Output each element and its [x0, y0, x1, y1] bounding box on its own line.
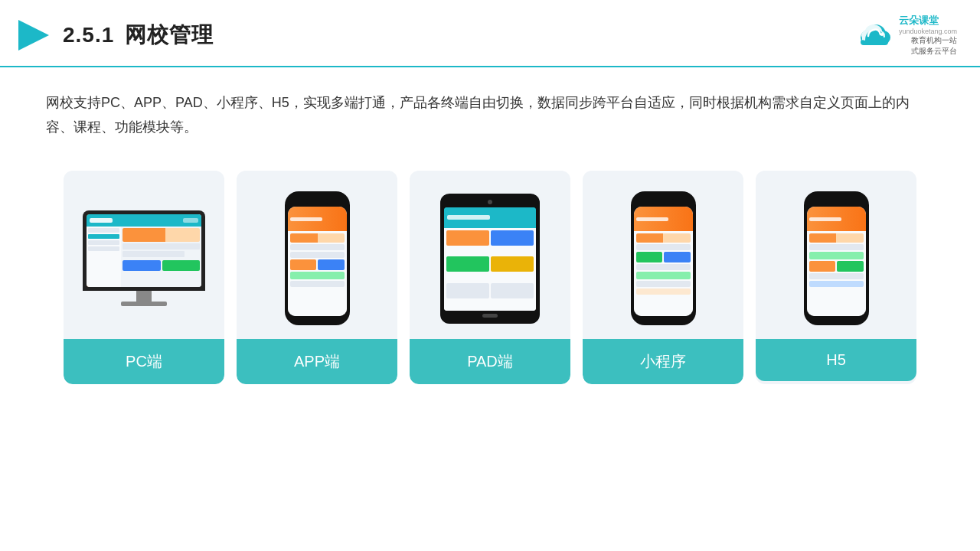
h5-header-text — [809, 217, 842, 221]
h5-row-green — [809, 252, 864, 259]
brand-url: yunduoketang.com — [899, 28, 957, 35]
mini-phone-outer — [631, 191, 696, 325]
tablet-home — [482, 314, 498, 318]
svg-point-10 — [880, 33, 884, 36]
app-phone-screen — [288, 207, 347, 316]
page-title: 2.5.1 — [63, 23, 114, 47]
miniprogram-card: 小程序 — [583, 171, 743, 384]
monitor-stand — [136, 291, 152, 302]
app-phone-device — [285, 191, 350, 325]
monitor-base — [121, 302, 167, 306]
mini-screen-header — [634, 207, 693, 230]
app-row-4 — [290, 281, 345, 287]
mini-row-2 — [636, 244, 691, 250]
tablet-card-4 — [491, 256, 534, 272]
app-screen-header — [288, 207, 347, 230]
pad-card: PAD端 — [410, 171, 570, 384]
tablet-outer — [440, 194, 540, 324]
monitor-device — [83, 210, 205, 306]
mini-row-3 — [636, 264, 691, 270]
phone-notch-app — [306, 199, 328, 204]
pc-card: PC端 — [64, 171, 224, 384]
app-card: APP端 — [237, 171, 397, 384]
pc-label: PC端 — [64, 339, 224, 384]
h5-row-3 — [809, 273, 864, 279]
header-right: 云朵课堂 yunduoketang.com 教育机构一站 式服务云平台 — [854, 14, 957, 57]
tablet-card-1 — [446, 230, 489, 246]
tablet-camera — [488, 200, 492, 204]
mini-phone-device — [631, 191, 696, 325]
logo-icon — [15, 17, 52, 54]
header-left: 2.5.1 网校管理 — [15, 17, 214, 54]
brand-text-block: 云朵课堂 yunduoketang.com 教育机构一站 式服务云平台 — [899, 14, 957, 57]
brand-name: 云朵课堂 — [899, 14, 957, 28]
cards-container: PC端 — [0, 155, 980, 399]
mini-row-green — [636, 272, 691, 279]
h5-image-area — [756, 171, 916, 339]
app-image-area — [237, 171, 397, 339]
mini-row-4 — [636, 281, 691, 287]
description-text: 网校支持PC、APP、PAD、小程序、H5，实现多端打通，产品各终端自由切换，数… — [0, 67, 980, 155]
app-row-3 — [290, 252, 345, 258]
tablet-content — [444, 228, 536, 311]
tablet-card-3 — [446, 256, 489, 272]
phone-notch-mini — [652, 199, 674, 204]
mini-label: 小程序 — [583, 339, 743, 384]
brand-slogan: 教育机构一站 式服务云平台 — [899, 35, 957, 57]
brand-cloud-icon — [854, 21, 893, 50]
tablet-screen — [444, 207, 536, 311]
mini-image-area — [583, 171, 743, 339]
phone-notch-h5 — [825, 199, 847, 204]
svg-marker-0 — [18, 20, 49, 51]
app-phone-outer — [285, 191, 350, 325]
tablet-header — [444, 207, 536, 228]
pc-image-area — [64, 171, 224, 339]
app-row-2 — [290, 244, 345, 250]
pad-label: PAD端 — [410, 339, 570, 384]
h5-screen-header — [807, 207, 866, 230]
page-title-name: 网校管理 — [125, 21, 214, 50]
page-header: 2.5.1 网校管理 云朵课堂 — [0, 0, 980, 67]
tablet-device — [440, 194, 540, 324]
h5-phone-outer — [804, 191, 869, 325]
h5-row-2 — [809, 244, 864, 250]
h5-phone-device — [804, 191, 869, 325]
app-header-text — [290, 217, 323, 221]
h5-row-1 — [809, 233, 864, 243]
app-row-1 — [290, 233, 345, 243]
mini-phone-screen — [634, 207, 693, 316]
monitor-screen-outer — [83, 210, 205, 291]
mini-header-text — [636, 217, 669, 221]
monitor-screen-inner — [87, 214, 201, 287]
mini-row-1 — [636, 233, 691, 243]
app-row-green — [290, 272, 345, 279]
h5-phone-screen — [807, 207, 866, 316]
h5-label: H5 — [756, 339, 916, 381]
brand-logo — [854, 21, 893, 50]
h5-screen-body — [807, 231, 866, 317]
pad-image-area — [410, 171, 570, 339]
tablet-card-2 — [491, 230, 534, 246]
app-label: APP端 — [237, 339, 397, 384]
mini-screen-body — [634, 231, 693, 317]
app-screen-body — [288, 231, 347, 317]
h5-card: H5 — [756, 171, 916, 384]
description-paragraph: 网校支持PC、APP、PAD、小程序、H5，实现多端打通，产品各终端自由切换，数… — [46, 90, 934, 140]
